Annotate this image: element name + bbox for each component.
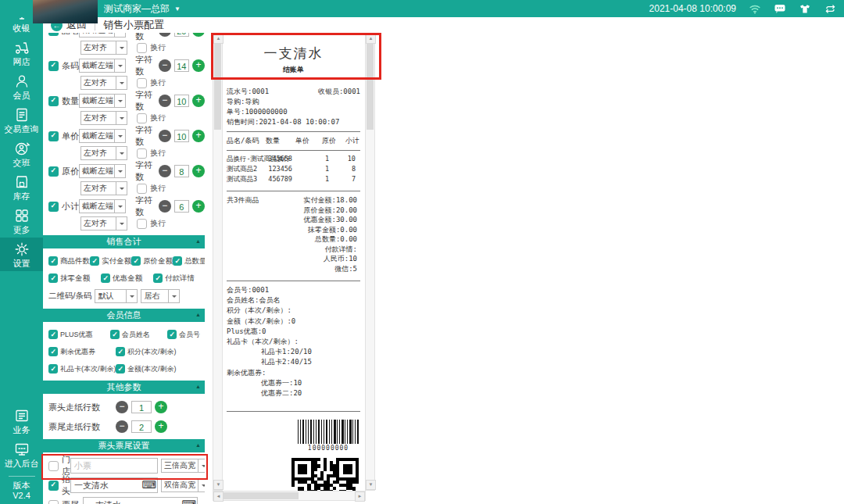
checkbox[interactable]	[131, 256, 141, 266]
scrollbar-thumb[interactable]	[367, 44, 374, 130]
store-checkbox[interactable]	[48, 461, 59, 471]
field-checkbox[interactable]	[48, 131, 59, 141]
config-scrollbar[interactable]: ▲ ▼	[213, 33, 223, 491]
field-checkbox[interactable]	[48, 33, 59, 36]
plus-button[interactable]: +	[192, 95, 205, 107]
align-select[interactable]: 左对齐	[80, 216, 127, 231]
wifi-icon[interactable]	[749, 2, 761, 15]
checkbox[interactable]	[173, 256, 182, 266]
plus-button[interactable]: +	[192, 33, 205, 37]
section-header-sales-total[interactable]: 销售合计 ▲	[43, 235, 205, 248]
plus-button[interactable]: +	[192, 165, 205, 177]
option-discount-amount[interactable]: 优惠金额	[101, 273, 142, 284]
checkbox[interactable]	[153, 273, 163, 283]
scrollbar-thumb[interactable]	[224, 492, 299, 499]
checkbox[interactable]	[116, 364, 125, 374]
keyboard-icon[interactable]: ⌨	[141, 479, 156, 491]
field-checkbox[interactable]	[48, 96, 59, 106]
option-plus-discount[interactable]: PLUS优惠	[48, 330, 93, 340]
sidebar-item-enter-backend[interactable]: 进入后台	[0, 438, 43, 471]
truncate-select[interactable]: 截断左端	[79, 199, 126, 213]
plus-button[interactable]: +	[192, 200, 205, 213]
option-original-amount[interactable]: 原价金额	[131, 256, 173, 266]
align-select[interactable]: 左对齐	[80, 41, 127, 55]
minus-button[interactable]: −	[159, 130, 171, 142]
option-member-no[interactable]: 会员号	[167, 330, 200, 340]
section-header-member-info[interactable]: 会员信息 ▲	[43, 309, 205, 322]
checkbox[interactable]	[110, 330, 120, 339]
field-checkbox[interactable]	[48, 202, 59, 212]
align-select[interactable]: 左对齐	[80, 111, 127, 125]
option-remaining-coupons[interactable]: 剩余优惠券	[48, 347, 109, 357]
minus-button[interactable]: −	[159, 200, 171, 213]
option-member-name[interactable]: 会员姓名	[110, 330, 150, 340]
field-checkbox[interactable]	[48, 166, 59, 177]
wrap-checkbox[interactable]	[137, 113, 147, 123]
minus-button[interactable]: −	[116, 420, 128, 433]
section-header-ticket-header-footer[interactable]: 票头票尾设置 ▲	[43, 439, 205, 452]
checkbox[interactable]	[48, 330, 58, 339]
scroll-right-icon[interactable]: ►	[355, 491, 365, 502]
truncate-select[interactable]: 截断左端	[79, 94, 126, 108]
truncate-select[interactable]: 截断左端	[79, 33, 126, 38]
align-select[interactable]: 左对齐	[80, 181, 127, 195]
footer-input[interactable]	[83, 497, 198, 504]
wrap-checkbox[interactable]	[137, 43, 147, 53]
align-select[interactable]: 左对齐	[80, 146, 127, 160]
wrap-checkbox[interactable]	[137, 148, 147, 159]
checkbox[interactable]	[48, 256, 58, 266]
option-gift-card[interactable]: 礼品卡(本次/剩余)	[48, 364, 109, 374]
option-total-qty[interactable]: 总数量	[173, 256, 205, 266]
wrap-checkbox[interactable]	[137, 78, 147, 88]
shirt-icon[interactable]	[799, 2, 811, 15]
qrcode-position-select[interactable]: 居右	[141, 289, 180, 303]
scrollbar-thumb[interactable]	[214, 44, 221, 130]
minus-button[interactable]: −	[159, 33, 171, 37]
header-checkbox[interactable]	[48, 481, 59, 491]
plus-button[interactable]: +	[192, 59, 205, 72]
field-checkbox[interactable]	[48, 61, 59, 71]
truncate-select[interactable]: 截断左端	[79, 164, 126, 178]
option-payment-detail[interactable]: 付款详情	[153, 273, 195, 284]
checkbox[interactable]	[167, 330, 177, 339]
scroll-down-icon[interactable]: ▼	[366, 480, 376, 490]
checkbox[interactable]	[48, 273, 58, 283]
checkbox[interactable]	[48, 347, 58, 356]
section-header-other-params[interactable]: 其他参数 ▲	[43, 381, 205, 394]
checkbox[interactable]	[101, 273, 110, 283]
store-size-select[interactable]: 三倍高宽	[161, 459, 205, 473]
sidebar-item-transaction-query[interactable]: 交易查询	[0, 103, 43, 137]
scroll-down-icon[interactable]: ▼	[213, 480, 224, 490]
option-paid-amount[interactable]: 实付金额	[90, 256, 131, 266]
option-points[interactable]: 积分(本次/剩余)	[116, 347, 177, 357]
sync-icon[interactable]	[824, 2, 836, 15]
sidebar-item-more[interactable]: 更多	[0, 204, 43, 238]
sidebar-item-shift[interactable]: 交班	[0, 137, 43, 170]
sidebar-item-member[interactable]: 会员	[0, 70, 43, 103]
keyboard-icon[interactable]: ⌨	[181, 499, 196, 504]
header-size-select[interactable]: 双倍高宽	[161, 478, 205, 492]
wrap-checkbox[interactable]	[137, 219, 147, 229]
minus-button[interactable]: −	[159, 165, 171, 177]
scroll-left-icon[interactable]: ◄	[213, 491, 224, 502]
checkbox[interactable]	[48, 364, 58, 374]
truncate-select[interactable]: 截断左端	[79, 129, 126, 143]
footer-checkbox[interactable]	[48, 500, 59, 504]
minus-button[interactable]: −	[116, 401, 128, 413]
qrcode-style-select[interactable]: 默认	[95, 289, 138, 303]
option-amount[interactable]: 金额(本次/剩余)	[116, 364, 177, 374]
truncate-select[interactable]: 截断左端	[79, 59, 126, 73]
chat-icon[interactable]	[774, 2, 786, 15]
sidebar-item-settings[interactable]: 设置	[0, 238, 43, 271]
option-item-count[interactable]: 商品件数	[48, 256, 90, 266]
merchant-switcher[interactable]: 测试商家—总部 ▼	[104, 0, 181, 17]
store-input[interactable]	[70, 458, 158, 474]
checkbox[interactable]	[116, 347, 125, 356]
preview-vertical-scrollbar[interactable]: ▲ ▼	[365, 33, 375, 491]
sidebar-item-inventory[interactable]: 库存	[0, 170, 43, 204]
plus-button[interactable]: +	[155, 401, 167, 413]
wrap-checkbox[interactable]	[137, 184, 147, 194]
minus-button[interactable]: −	[159, 59, 171, 72]
preview-horizontal-scrollbar[interactable]: ◄ ►	[213, 491, 366, 501]
scroll-up-icon[interactable]: ▲	[213, 34, 224, 44]
